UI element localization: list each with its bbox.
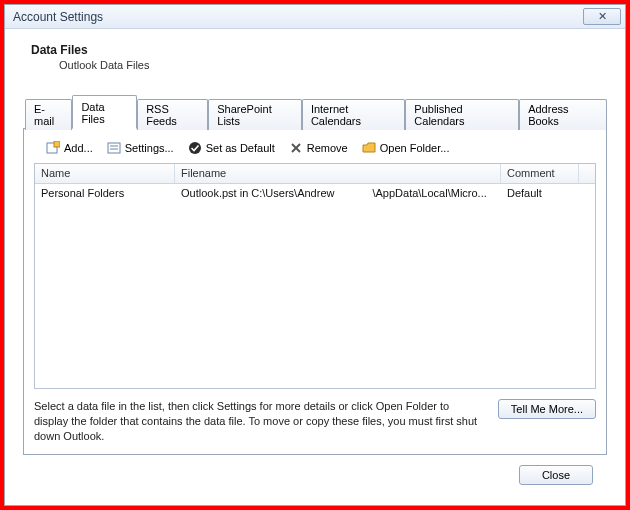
tab-email[interactable]: E-mail [25, 99, 72, 130]
add-icon [46, 141, 60, 155]
tab-label: E-mail [34, 103, 54, 127]
window-title: Account Settings [13, 10, 583, 24]
cell-name: Personal Folders [35, 184, 175, 204]
page-title: Data Files [31, 43, 607, 57]
add-label: Add... [64, 142, 93, 154]
close-icon: ✕ [598, 10, 607, 23]
cell-filename: Outlook.pst in C:\Users\Andrew\AppData\L… [175, 184, 501, 204]
tab-rss-feeds[interactable]: RSS Feeds [137, 99, 208, 130]
remove-button[interactable]: Remove [289, 141, 348, 155]
col-header-filename[interactable]: Filename [175, 164, 501, 183]
tab-internet-calendars[interactable]: Internet Calendars [302, 99, 405, 130]
account-settings-window: Account Settings ✕ Data Files Outlook Da… [4, 4, 626, 506]
check-circle-icon [188, 141, 202, 155]
data-files-list[interactable]: Name Filename Comment Personal Folders O… [34, 163, 596, 389]
table-row[interactable]: Personal Folders Outlook.pst in C:\Users… [35, 184, 595, 204]
folder-icon [362, 141, 376, 155]
tab-label: Data Files [81, 101, 104, 125]
filename-part-b: \AppData\Local\Micro... [372, 187, 486, 199]
tab-address-books[interactable]: Address Books [519, 99, 607, 130]
window-body: Data Files Outlook Data Files E-mail Dat… [5, 29, 625, 505]
settings-icon [107, 141, 121, 155]
tab-label: Internet Calendars [311, 103, 361, 127]
tell-me-more-button[interactable]: Tell Me More... [498, 399, 596, 419]
toolbar: Add... Settings... Set as Default [34, 139, 596, 163]
tabstrip: E-mail Data Files RSS Feeds SharePoint L… [23, 95, 607, 129]
list-header: Name Filename Comment [35, 164, 595, 184]
add-button[interactable]: Add... [46, 141, 93, 155]
tabpanel-data-files: Add... Settings... Set as Default [23, 129, 607, 455]
tab-published-calendars[interactable]: Published Calendars [405, 99, 519, 130]
titlebar: Account Settings ✕ [5, 5, 625, 29]
help-text: Select a data file in the list, then cli… [34, 399, 486, 444]
settings-label: Settings... [125, 142, 174, 154]
footer: Close [23, 455, 607, 497]
page-subtitle: Outlook Data Files [59, 59, 607, 71]
tab-label: SharePoint Lists [217, 103, 271, 127]
col-header-name[interactable]: Name [35, 164, 175, 183]
tab-label: Address Books [528, 103, 568, 127]
svg-rect-1 [54, 141, 60, 147]
tab-data-files[interactable]: Data Files [72, 95, 137, 129]
cell-spacer [579, 184, 595, 204]
open-folder-button[interactable]: Open Folder... [362, 141, 450, 155]
svg-rect-2 [108, 143, 120, 153]
open-folder-label: Open Folder... [380, 142, 450, 154]
window-close-button[interactable]: ✕ [583, 8, 621, 25]
tab-label: Published Calendars [414, 103, 464, 127]
close-button[interactable]: Close [519, 465, 593, 485]
cell-comment: Default [501, 184, 579, 204]
settings-button[interactable]: Settings... [107, 141, 174, 155]
svg-point-5 [189, 142, 201, 154]
remove-label: Remove [307, 142, 348, 154]
close-label: Close [542, 469, 570, 481]
remove-icon [289, 141, 303, 155]
tab-label: RSS Feeds [146, 103, 177, 127]
set-default-label: Set as Default [206, 142, 275, 154]
set-default-button[interactable]: Set as Default [188, 141, 275, 155]
tab-sharepoint-lists[interactable]: SharePoint Lists [208, 99, 302, 130]
filename-part-a: Outlook.pst in C:\Users\Andrew [181, 187, 334, 199]
col-header-comment[interactable]: Comment [501, 164, 579, 183]
redacted-segment [336, 187, 370, 197]
help-area: Select a data file in the list, then cli… [34, 399, 596, 444]
tell-me-more-label: Tell Me More... [511, 403, 583, 415]
col-header-spacer [579, 164, 595, 183]
